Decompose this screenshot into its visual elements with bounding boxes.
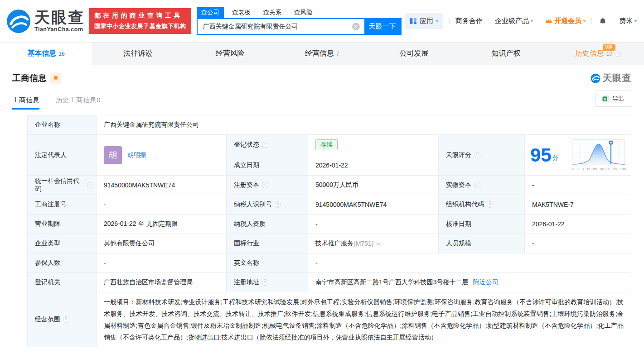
field-label-national-industry: 国标行业 (227, 234, 308, 253)
tab-operating-info[interactable]: 经营信息 7 (276, 43, 368, 65)
tab-label: 知识产权 (492, 49, 521, 58)
promo-banner: 都在用的商业查询工具 国家中小企业发展子基金旗下机构 (89, 8, 191, 34)
export-label: 导出 (612, 95, 624, 103)
apps-menu[interactable]: 应用 ▾ (405, 13, 443, 29)
watermark-text: 天眼查 (603, 72, 631, 84)
help-icon[interactable]: ? (87, 182, 93, 188)
field-label-establish-date: 成立日期 (227, 155, 308, 176)
vip-badge: VIP (603, 44, 615, 51)
help-icon[interactable]: ? (474, 182, 480, 188)
tab-label: 基本信息 (27, 49, 56, 58)
help-icon[interactable]: ? (275, 201, 281, 208)
nav-open-vip[interactable]: 开通会员 ▾ (545, 17, 586, 25)
avatar[interactable]: 胡 (104, 146, 122, 164)
tab-count: 16 (58, 51, 64, 57)
field-label-company-name: 企业名称 (28, 115, 97, 135)
subtabs-row: 工商信息 历史工商信息0 X 导出 (0, 84, 644, 110)
tianyancha-logo-icon (6, 9, 31, 33)
tianyancha-logo[interactable]: 天眼查 TianYanCha.com (6, 9, 85, 33)
business-info-table: 企业名称 广西关键金属研究院有限责任公司 法定代表人 胡 胡明振 登记状态 ? … (27, 115, 631, 347)
field-label-registration-authority: 登记机关 (28, 273, 97, 292)
chevron-down-icon[interactable] (376, 240, 381, 245)
tab-intellectual-property[interactable]: 知识产权 (460, 43, 552, 65)
field-value-company-type: 其他有限责任公司 (97, 234, 227, 253)
field-value-legal-representative: 胡 胡明振 (97, 135, 227, 176)
chevron-down-icon: ▾ (634, 19, 637, 23)
field-label-registered-address: 注册地址 ? (227, 273, 308, 292)
search-button[interactable]: 天眼一下 (364, 19, 401, 34)
crown-icon (545, 18, 552, 24)
status-badge: 存续 (315, 139, 338, 151)
field-value-tianyan-score: 95 分 (525, 135, 631, 176)
nav-business-cooperation[interactable]: 商务合作 (455, 17, 483, 25)
field-label-company-type: 企业类型 (28, 234, 97, 253)
field-value-business-scope: 一般项目：新材料技术研发;专业设计服务;工程和技术研究和试验发展;对外承包工程;… (97, 292, 631, 347)
nav-divider (449, 18, 450, 24)
tab-operating-risk[interactable]: 经营风险 (184, 43, 276, 65)
field-value-taxpayer-qualification: - (308, 215, 439, 234)
clear-search-icon[interactable]: ✕ (352, 23, 360, 30)
tab-company-development[interactable]: 公司发展 (368, 43, 460, 65)
score-unit: 分 (552, 154, 559, 162)
help-icon[interactable]: ? (474, 152, 480, 158)
legal-representative-link[interactable]: 胡明振 (127, 151, 146, 159)
nav-divider (613, 18, 613, 24)
nearby-companies-link[interactable]: 附近公司 (473, 278, 499, 287)
field-label-registration-status: 登记状态 ? (227, 135, 308, 155)
tab-history-info[interactable]: VIP 历史信息 10 ? (552, 43, 644, 65)
field-label-organization-code: 组织机构代码 ? (439, 195, 525, 215)
section-header: 工商信息 天眼查 (0, 65, 644, 84)
chart-x-axis-ticks: 0131550859799100 (572, 167, 626, 171)
field-label-registration-number: 工商注册号 (28, 195, 97, 215)
brand-domain: TianYanCha.com (34, 26, 85, 33)
field-label-staff-size: 人员规模 (439, 234, 525, 253)
subtab-history-business-info[interactable]: 历史工商信息0 (56, 96, 100, 110)
field-value-registration-number: - (97, 195, 227, 215)
search-input[interactable] (198, 19, 348, 34)
help-icon[interactable]: ? (63, 316, 69, 323)
tab-label: 公司发展 (400, 49, 429, 58)
search-tab-boss[interactable]: 查老板 (228, 7, 255, 18)
help-icon[interactable]: ? (615, 51, 621, 57)
search-tab-risk[interactable]: 查风险 (290, 7, 317, 18)
search-tab-relation[interactable]: 查关系 (259, 7, 286, 18)
field-value-establish-date: 2026-01-22 (308, 155, 439, 176)
score-distribution-chart[interactable]: 0131550859799100 (572, 139, 626, 171)
tab-basic-info[interactable]: 基本信息 16 (0, 43, 92, 65)
nav-divider (539, 18, 539, 24)
field-value-registration-authority: 广西壮族自治区市场监督管理局 (97, 273, 227, 292)
field-label-registered-capital: 注册资本 ? (227, 176, 308, 195)
field-value-approval-date: 2026-01-22 (525, 215, 631, 234)
tianyancha-logo-icon (591, 73, 600, 83)
notification-bell-icon[interactable] (599, 18, 607, 25)
tab-count: 10 (606, 51, 612, 57)
excel-icon: X (602, 96, 609, 102)
username: 费米 (619, 17, 633, 25)
field-value-company-name: 广西关键金属研究院有限责任公司 (97, 115, 631, 135)
field-label-taxpayer-qualification: 纳税人资质 (227, 215, 308, 234)
field-value-registration-status: 存续 (308, 135, 439, 155)
tab-label: 法律诉讼 (124, 49, 153, 58)
field-value-business-term: 2026-01-22 至 无固定期限 (97, 215, 227, 234)
chevron-down-icon: ▾ (531, 19, 533, 23)
search-tab-company[interactable]: 查公司 (197, 7, 224, 18)
subtab-business-info[interactable]: 工商信息 (12, 96, 39, 110)
help-icon[interactable]: ? (262, 279, 268, 286)
field-value-registered-capital: 50000万人民币 (308, 176, 439, 195)
field-label-legal-representative: 法定代表人 (28, 135, 97, 176)
subscribe-bell-icon[interactable] (50, 73, 61, 84)
svg-text:X: X (604, 96, 606, 101)
help-icon[interactable]: ? (487, 201, 493, 208)
nav-enterprise-products[interactable]: 企业级产品 ▾ (495, 17, 533, 25)
top-nav: 应用 ▾ 商务合作 企业级产品 ▾ 开通会员 ▾ 费米 ▾ (405, 13, 637, 29)
tab-legal-litigation[interactable]: 法律诉讼 (92, 43, 184, 65)
app-grid-icon (410, 18, 417, 24)
nav-user-menu[interactable]: 费米 ▾ (619, 17, 637, 25)
tab-label: 经营信息 (305, 49, 334, 58)
help-icon[interactable]: ? (262, 142, 268, 148)
field-value-national-industry[interactable]: 技术推广服务 (M751) (308, 234, 439, 253)
field-value-staff-size: - (525, 234, 631, 253)
export-button[interactable]: X 导出 (595, 91, 631, 107)
field-value-organization-code: MAK5TNWE-7 (525, 195, 631, 215)
help-icon[interactable]: ? (262, 182, 268, 188)
